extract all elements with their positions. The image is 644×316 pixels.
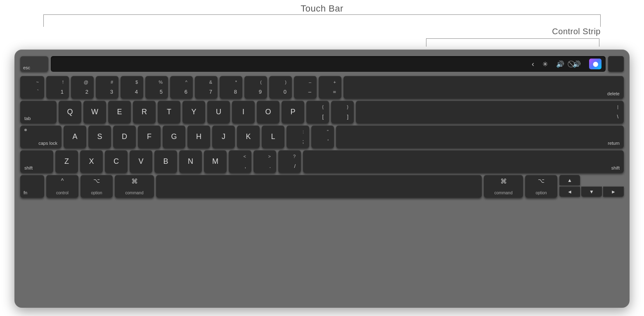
- key-a[interactable]: A: [64, 125, 86, 148]
- siri-button[interactable]: ⬤: [589, 59, 601, 69]
- key-shift-left[interactable]: shift: [20, 150, 53, 173]
- key-l[interactable]: L: [262, 125, 284, 148]
- touch-bar-row: esc ‹ ✳ 🔊 🔊⃠ ⬤: [20, 55, 624, 73]
- control-strip-bracket: [426, 38, 599, 47]
- chevron-icon: ‹: [532, 60, 534, 68]
- shift-row: shift Z X C V B N M < , > . ? / shif: [20, 150, 624, 173]
- key-5[interactable]: % 5: [145, 76, 168, 99]
- key-spacebar[interactable]: [156, 175, 482, 198]
- key-k[interactable]: K: [237, 125, 260, 148]
- key-option-left[interactable]: ⌥ option: [80, 175, 113, 198]
- key-9[interactable]: ( 9: [244, 76, 267, 99]
- key-delete[interactable]: delete: [343, 76, 624, 99]
- key-c[interactable]: C: [105, 150, 128, 173]
- bottom-row: fn ^ control ⌥ option ⌘ command ⌘ comman…: [20, 175, 624, 198]
- touch-bar-label: Touch Bar: [301, 3, 343, 14]
- esc-label: esc: [23, 65, 30, 70]
- key-z[interactable]: Z: [55, 150, 78, 173]
- key-command-left[interactable]: ⌘ command: [115, 175, 154, 198]
- key-2[interactable]: @ 2: [71, 76, 94, 99]
- key-0[interactable]: ) 0: [269, 76, 292, 99]
- key-tab[interactable]: tab: [20, 101, 57, 123]
- key-y[interactable]: Y: [182, 101, 205, 123]
- key-equals[interactable]: + =: [319, 76, 341, 99]
- key-t[interactable]: T: [158, 101, 180, 123]
- key-6[interactable]: ^ 6: [170, 76, 193, 99]
- key-command-right[interactable]: ⌘ command: [484, 175, 523, 198]
- key-g[interactable]: G: [163, 125, 185, 148]
- arrow-cluster: ▲ ◄ ▼ ►: [559, 175, 624, 198]
- key-return[interactable]: return: [336, 125, 624, 148]
- key-x[interactable]: X: [80, 150, 103, 173]
- key-control[interactable]: ^ control: [46, 175, 78, 198]
- key-o[interactable]: O: [257, 101, 279, 123]
- key-slash[interactable]: ? /: [278, 150, 301, 173]
- key-comma[interactable]: < ,: [229, 150, 251, 173]
- key-arrow-right[interactable]: ►: [603, 186, 624, 197]
- key-arrow-up[interactable]: ▲: [559, 175, 580, 185]
- number-row: ~ ` ! 1 @ 2 # 3 $: [20, 76, 624, 99]
- arrow-top-row: ▲: [559, 175, 624, 185]
- qwerty-row: tab Q W E R T Y U I O P { [ } ] | \: [20, 101, 624, 123]
- key-esc[interactable]: esc: [20, 56, 48, 72]
- key-shift-right[interactable]: shift: [303, 150, 624, 173]
- delete-label: delete: [607, 91, 620, 96]
- home-row: caps lock A S D F G H J K L : ; " ' retu…: [20, 125, 624, 148]
- volume-icon: 🔊: [556, 60, 564, 68]
- key-bracket-left[interactable]: { [: [306, 101, 329, 123]
- key-m[interactable]: M: [204, 150, 227, 173]
- key-q[interactable]: Q: [59, 101, 81, 123]
- caps-lock-indicator: [24, 129, 27, 131]
- key-4[interactable]: $ 4: [121, 76, 143, 99]
- key-s[interactable]: S: [88, 125, 111, 148]
- key-p[interactable]: P: [282, 101, 304, 123]
- mute-icon: 🔊⃠: [573, 60, 581, 68]
- key-backslash[interactable]: | \: [356, 101, 624, 123]
- key-i[interactable]: I: [232, 101, 255, 123]
- key-arrow-left[interactable]: ◄: [559, 186, 580, 197]
- touch-bar-bracket: [43, 14, 601, 27]
- key-w[interactable]: W: [83, 101, 106, 123]
- arrow-bottom-row: ◄ ▼ ►: [559, 186, 624, 197]
- key-b[interactable]: B: [154, 150, 177, 173]
- key-quote[interactable]: " ': [311, 125, 334, 148]
- key-u[interactable]: U: [207, 101, 230, 123]
- key-backtick[interactable]: ~ `: [20, 76, 44, 99]
- key-fn[interactable]: fn: [20, 175, 44, 198]
- key-v[interactable]: V: [130, 150, 152, 173]
- key-option-right[interactable]: ⌥ option: [525, 175, 557, 198]
- key-semicolon[interactable]: : ;: [286, 125, 309, 148]
- key-bracket-right[interactable]: } ]: [331, 101, 354, 123]
- key-f[interactable]: F: [138, 125, 161, 148]
- touch-bar-strip: ‹ ✳ 🔊 🔊⃠ ⬤: [51, 56, 606, 72]
- key-8[interactable]: * 8: [220, 76, 242, 99]
- key-e[interactable]: E: [108, 101, 131, 123]
- keyboard: esc ‹ ✳ 🔊 🔊⃠ ⬤ ~ ` ! 1: [14, 50, 630, 308]
- key-j[interactable]: J: [212, 125, 235, 148]
- key-d[interactable]: D: [113, 125, 136, 148]
- key-period[interactable]: > .: [253, 150, 276, 173]
- key-caps-lock[interactable]: caps lock: [20, 125, 62, 148]
- key-1[interactable]: ! 1: [46, 76, 69, 99]
- key-h[interactable]: H: [187, 125, 210, 148]
- control-strip-label: Control Strip: [552, 27, 601, 36]
- key-r[interactable]: R: [133, 101, 156, 123]
- key-minus[interactable]: – –: [294, 76, 317, 99]
- power-button[interactable]: [608, 56, 624, 72]
- key-arrow-down[interactable]: ▼: [581, 186, 602, 197]
- key-7[interactable]: & 7: [195, 76, 218, 99]
- key-3[interactable]: # 3: [96, 76, 118, 99]
- brightness-icon: ✳: [542, 60, 548, 68]
- key-n[interactable]: N: [179, 150, 202, 173]
